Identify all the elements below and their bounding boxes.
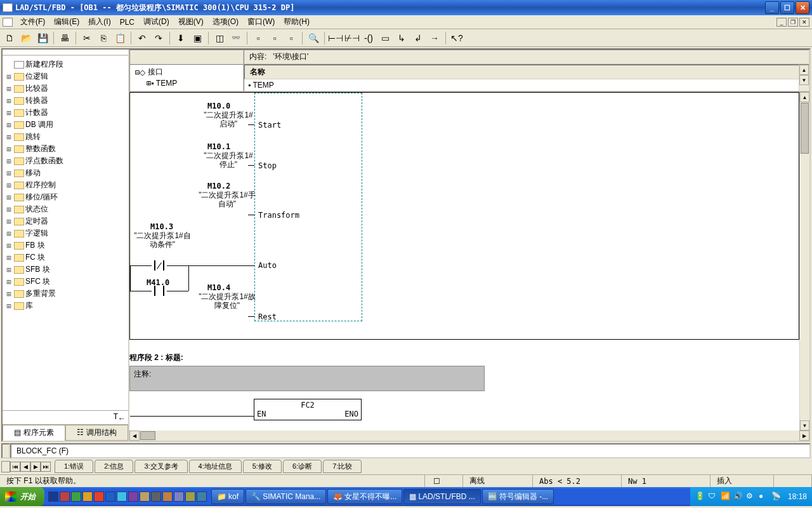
block2-button[interactable]: ▫ — [268, 31, 282, 45]
tree-item[interactable]: ⊞DB 调用 — [5, 119, 126, 131]
branch-close-icon[interactable]: ↲ — [411, 31, 425, 45]
tab-first-icon[interactable]: ⏮ — [10, 462, 20, 472]
ql-icon-1[interactable] — [48, 491, 58, 502]
glasses-icon[interactable]: 👓 — [229, 31, 243, 45]
tray-icon-5[interactable]: ⚙ — [746, 491, 756, 502]
task-simatic[interactable]: 🔧 SIMATIC Mana... — [246, 489, 326, 504]
scrollbar-vertical[interactable]: ▲ ▼ — [799, 65, 809, 91]
tree-item[interactable]: ⊞库 — [5, 300, 126, 312]
menu-window[interactable]: 窗口(W) — [244, 15, 278, 29]
message-tab[interactable]: 2:信息 — [95, 460, 133, 473]
interface-root[interactable]: ⊟ ◇ 接口 — [135, 66, 238, 78]
scroll-right-icon[interactable]: ▶ — [799, 431, 809, 441]
editor-scrollbar-horizontal[interactable]: ◀ ▶ — [129, 431, 809, 441]
menu-debug[interactable]: 调试(D) — [140, 15, 173, 29]
tree-item[interactable]: ⊞程序控制 — [5, 179, 126, 191]
menu-view[interactable]: 视图(V) — [174, 15, 207, 29]
program-elements-tree[interactable]: 新建程序段 ⊞位逻辑⊞比较器⊞转换器⊞计数器⊞DB 调用⊞跳转⊞整数函数⊞浮点数… — [3, 56, 128, 410]
ladder-editor[interactable]: M10.0 "二次提升泵1#启动" Start M10.1 "二次提升泵1#停止… — [129, 92, 809, 431]
new-button[interactable]: 🗋 — [3, 31, 16, 45]
ql-icon-11[interactable] — [162, 491, 173, 502]
tree-item[interactable]: ⊞字逻辑 — [5, 227, 126, 239]
monitor-button[interactable]: ▣ — [190, 31, 204, 45]
network-button[interactable]: ◫ — [213, 31, 226, 45]
help-cursor-icon[interactable]: ↖? — [450, 31, 464, 45]
message-tab[interactable]: 1:错误 — [55, 460, 93, 473]
task-lad-stl-fbd[interactable]: ▦ LAD/STL/FBD ... — [403, 489, 480, 504]
block-button[interactable]: ▫ — [251, 31, 265, 45]
menu-plc[interactable]: PLC — [116, 17, 138, 28]
fc2-block[interactable]: FC2 EN ENO — [254, 399, 362, 420]
open-button[interactable]: 📂 — [19, 31, 33, 45]
menu-edit[interactable]: 编辑(E) — [50, 15, 83, 29]
maximize-button[interactable]: ☐ — [780, 1, 794, 14]
tab-program-elements[interactable]: ▤ 程序元素 — [3, 425, 65, 441]
tree-item[interactable]: ⊞跳转 — [5, 131, 126, 143]
ql-icon-9[interactable] — [140, 491, 150, 502]
contact-negated[interactable] — [152, 260, 167, 271]
ql-icon-4[interactable] — [82, 491, 93, 502]
ql-icon-6[interactable] — [105, 491, 115, 502]
message-tab[interactable]: 3:交叉参考 — [134, 460, 187, 473]
scroll-left-icon[interactable]: ◀ — [129, 431, 140, 441]
box-icon[interactable]: ▭ — [378, 31, 392, 45]
tree-item[interactable]: ⊞位逻辑 — [5, 70, 126, 83]
ql-icon-5[interactable] — [94, 491, 104, 502]
tree-item[interactable]: ⊞SFB 块 — [5, 264, 126, 276]
coil-icon[interactable]: -() — [362, 31, 376, 45]
undo-button[interactable]: ↶ — [135, 31, 149, 45]
ql-icon-7[interactable] — [117, 491, 127, 502]
menu-options[interactable]: 选项(O) — [209, 15, 242, 29]
tree-item[interactable]: ⊞状态位 — [5, 203, 126, 215]
mdi-restore-button[interactable]: ❐ — [788, 18, 798, 27]
tray-icon-1[interactable]: 🔋 — [695, 491, 705, 502]
ql-icon-2[interactable] — [60, 491, 70, 502]
tree-item[interactable]: ⊞移动 — [5, 167, 126, 179]
clock[interactable]: 18:18 — [788, 492, 807, 501]
tree-item[interactable]: ⊞定时器 — [5, 215, 126, 227]
tree-item[interactable]: ⊞多重背景 — [5, 288, 126, 300]
ql-icon-12[interactable] — [174, 491, 184, 502]
paste-button[interactable]: 📋 — [113, 31, 127, 45]
tab-prev-icon[interactable]: ◀ — [20, 462, 30, 472]
menu-help[interactable]: 帮助(H) — [280, 15, 313, 29]
download-button[interactable]: ⬇ — [174, 31, 188, 45]
ql-icon-10[interactable] — [151, 491, 161, 502]
tab-call-structure[interactable]: ☷ 调用结构 — [65, 425, 128, 441]
contact-open[interactable] — [152, 286, 167, 296]
interface-temp[interactable]: ⊞ ▪ TEMP — [135, 78, 238, 88]
branch-open-icon[interactable]: ↳ — [395, 31, 409, 45]
ql-icon-13[interactable] — [185, 491, 195, 502]
tray-icon-7[interactable]: 📡 — [771, 491, 782, 502]
tree-item[interactable]: ⊞浮点数函数 — [5, 155, 126, 167]
minimize-button[interactable]: _ — [765, 1, 779, 14]
redo-button[interactable]: ↷ — [152, 31, 166, 45]
tree-item[interactable]: ⊞FC 块 — [5, 251, 126, 264]
message-tab[interactable]: 7:比较 — [323, 460, 362, 473]
contact-closed-icon[interactable]: ⊬⊣ — [345, 31, 359, 45]
message-tab[interactable]: 6:诊断 — [283, 460, 322, 473]
temp-row[interactable]: ▪ TEMP — [244, 79, 809, 91]
tab-next-icon[interactable]: ▶ — [30, 462, 41, 472]
tree-item[interactable]: ⊞转换器 — [5, 95, 126, 107]
close-button[interactable]: ✕ — [796, 1, 809, 14]
tree-item[interactable]: ⊞整数函数 — [5, 143, 126, 155]
menu-insert[interactable]: 插入(I) — [84, 15, 114, 29]
message-tab[interactable]: 4:地址信息 — [189, 460, 242, 473]
tree-item[interactable]: ⊞SFC 块 — [5, 276, 126, 288]
tree-item[interactable]: ⊞比较器 — [5, 83, 126, 95]
task-symbol-editor[interactable]: 🔤 符号编辑器 -... — [482, 489, 554, 504]
ql-icon-3[interactable] — [71, 491, 81, 502]
mdi-close-button[interactable]: ✕ — [799, 18, 809, 27]
save-button[interactable]: 💾 — [36, 31, 49, 45]
tree-item[interactable]: ⊞FB 块 — [5, 239, 126, 251]
ql-icon-14[interactable] — [197, 491, 207, 502]
start-button[interactable]: 开始 — [0, 487, 44, 506]
print-button[interactable]: 🖶 — [58, 31, 72, 45]
block3-button[interactable]: ▫ — [284, 31, 298, 45]
zoom-button[interactable]: 🔍 — [306, 31, 320, 45]
message-tab[interactable]: 5:修改 — [243, 460, 282, 473]
segment-2-comment[interactable]: 注释: — [129, 366, 485, 391]
tray-icon-4[interactable]: 🔊 — [733, 491, 743, 502]
task-firefox[interactable]: 🦊 女星不得不曝... — [327, 489, 402, 504]
